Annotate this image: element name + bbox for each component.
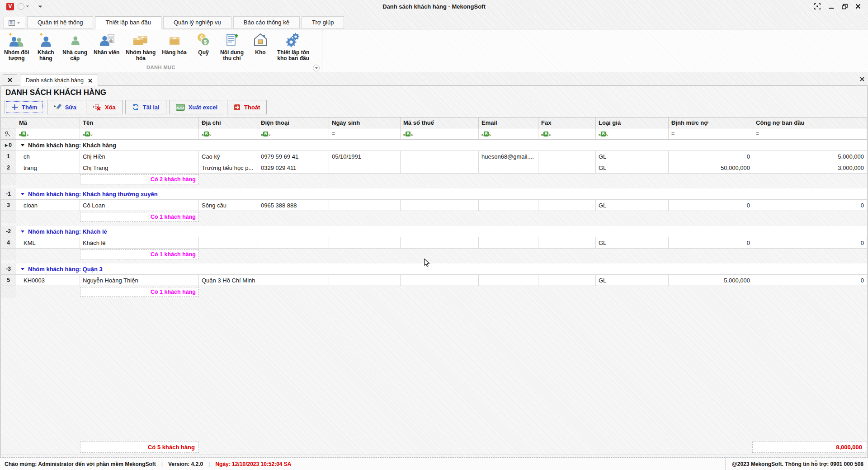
ribbon-tab[interactable]: Quản lý nghiệp vụ <box>163 16 231 29</box>
cell-Điện thoại[interactable] <box>258 275 329 286</box>
cell-Email[interactable] <box>479 237 538 248</box>
cell-Tên[interactable]: Chị Trang <box>80 162 199 173</box>
ribbon-item[interactable]: Nhóm hàng hóa <box>123 31 159 62</box>
collapse-triangle-icon[interactable] <box>21 268 24 270</box>
column-header-10[interactable]: Định mức nợ <box>669 118 753 128</box>
cell-Định mức nợ[interactable]: 0 <box>669 200 753 211</box>
cell-Địa chỉ[interactable]: Cao kỳ <box>199 151 258 162</box>
cell-Định mức nợ[interactable]: 50,000,000 <box>669 162 753 173</box>
data-row[interactable]: 2trangChị TrangTrường tiểu học p...0329 … <box>1 162 867 174</box>
cell-Ngày sinh[interactable] <box>329 275 401 286</box>
row-indicator[interactable]: 2 <box>1 162 16 173</box>
cell-Địa chỉ[interactable]: Sông cầu <box>199 200 258 211</box>
fit-screen-button[interactable] <box>814 3 821 10</box>
cell-Loại giá[interactable]: GL <box>596 237 669 248</box>
cell-Fax[interactable] <box>538 162 596 173</box>
column-header-1[interactable]: Mã <box>16 118 80 128</box>
group-row-content[interactable]: Nhóm khách hàng: Khách lẻ <box>16 226 867 237</box>
column-header-5[interactable]: Ngày sinh <box>329 118 401 128</box>
ribbon-item[interactable]: Hàng hóa <box>159 31 190 56</box>
toolbar-button[interactable]: Xóa <box>86 100 123 114</box>
group-row-content[interactable]: Nhóm khách hàng: Khách hàng thường xuyên <box>16 188 867 199</box>
cell-Địa chỉ[interactable] <box>199 237 258 248</box>
column-header-9[interactable]: Loại giá <box>596 118 669 128</box>
cell-Tên[interactable]: Chị Hiền <box>80 151 199 162</box>
close-document-button[interactable] <box>860 76 864 83</box>
cell-Mã[interactable]: KML <box>16 237 80 248</box>
minimize-button[interactable] <box>827 3 835 10</box>
toolbar-button[interactable]: Sửa <box>47 100 83 114</box>
collapse-triangle-icon[interactable] <box>21 193 24 195</box>
filter-cell-6[interactable]: aBc <box>401 128 479 139</box>
collapse-triangle-icon[interactable] <box>21 144 24 146</box>
cell-Tên[interactable]: Cô Loan <box>80 200 199 211</box>
file-menu-button[interactable] <box>4 17 25 29</box>
cell-Loại giá[interactable]: GL <box>596 200 669 211</box>
filter-cell-4[interactable]: aBc <box>258 128 329 139</box>
row-indicator[interactable]: 5 <box>1 275 16 286</box>
cell-Mã[interactable]: ch <box>16 151 80 162</box>
toolbar-button[interactable]: XLSXXuất excel <box>169 100 224 114</box>
filter-cell-5[interactable]: = <box>329 128 401 139</box>
ribbon-tab[interactable]: Trợ giúp <box>302 16 344 29</box>
column-header-2[interactable]: Tên <box>80 118 199 128</box>
group-row-content[interactable]: Nhóm khách hàng: Quận 3 <box>16 263 867 274</box>
cell-Ngày sinh[interactable] <box>329 237 401 248</box>
filter-cell-2[interactable]: aBc <box>80 128 199 139</box>
toolbar-button[interactable]: Thoát <box>227 100 267 114</box>
cell-Loại giá[interactable]: GL <box>596 151 669 162</box>
cell-Email[interactable] <box>479 200 538 211</box>
cell-Điện thoại[interactable]: 0965 388 888 <box>258 200 329 211</box>
cell-Mã số thuế[interactable] <box>401 200 479 211</box>
group-row-content[interactable]: Nhóm khách hàng: Khách hàng <box>16 140 867 150</box>
cell-Loại giá[interactable]: GL <box>596 275 669 286</box>
group-row[interactable]: -3Nhóm khách hàng: Quận 3 <box>1 263 867 275</box>
cell-Email[interactable] <box>479 275 538 286</box>
cell-Fax[interactable] <box>538 237 596 248</box>
ribbon-item[interactable]: Kho <box>247 31 274 56</box>
cell-Định mức nợ[interactable]: 0 <box>669 237 753 248</box>
cell-Ngày sinh[interactable] <box>329 200 401 211</box>
cell-Công nợ ban đầu[interactable]: 0 <box>753 237 867 248</box>
cell-Fax[interactable] <box>538 275 596 286</box>
column-header-4[interactable]: Điện thoại <box>258 118 329 128</box>
ribbon-item[interactable]: Nhà cung cấp <box>59 31 90 62</box>
cell-Công nợ ban đầu[interactable]: 5,000,000 <box>753 151 867 162</box>
filter-cell-10[interactable]: = <box>669 128 753 139</box>
filter-cell-1[interactable]: aBc <box>16 128 80 139</box>
ribbon-tab[interactable]: Thiết lập ban đầu <box>95 16 161 29</box>
data-row[interactable]: 5KH0003Nguyễn Hoàng ThiệnQuận 3 Hồ Chí M… <box>1 275 867 286</box>
ribbon-item[interactable]: Thiết lập tồn kho ban đầu <box>274 31 312 62</box>
row-indicator[interactable]: 4 <box>1 237 16 248</box>
toolbar-button[interactable]: Thêm <box>5 100 44 114</box>
column-header-8[interactable]: Fax <box>538 118 596 128</box>
cell-Tên[interactable]: Khách lẻ <box>80 237 199 248</box>
cell-Công nợ ban đầu[interactable]: 3,000,000 <box>753 162 867 173</box>
cell-Loại giá[interactable]: GL <box>596 162 669 173</box>
toolbar-button[interactable]: Tải lại <box>125 100 166 114</box>
column-header-11[interactable]: Công nợ ban đầu <box>753 118 867 128</box>
group-row[interactable]: ▶0Nhóm khách hàng: Khách hàng <box>1 140 867 151</box>
cell-Điện thoại[interactable]: 0979 59 69 41 <box>258 151 329 162</box>
cell-Định mức nợ[interactable]: 0 <box>669 151 753 162</box>
cell-Địa chỉ[interactable]: Trường tiểu học p... <box>199 162 258 173</box>
cell-Địa chỉ[interactable]: Quận 3 Hồ Chí Minh <box>199 275 258 286</box>
data-row[interactable]: 1chChị HiềnCao kỳ0979 59 69 4105/10/1991… <box>1 151 867 162</box>
restore-button[interactable] <box>841 3 848 10</box>
column-header-7[interactable]: Email <box>479 118 538 128</box>
cell-Mã[interactable]: KH0003 <box>16 275 80 286</box>
cell-Ngày sinh[interactable] <box>329 162 401 173</box>
filter-cell-7[interactable]: aBc <box>479 128 538 139</box>
cell-Mã số thuế[interactable] <box>401 151 479 162</box>
cell-Công nợ ban đầu[interactable]: 0 <box>753 200 867 211</box>
cell-Định mức nợ[interactable]: 5,000,000 <box>669 275 753 286</box>
filter-cell-3[interactable]: aBc <box>199 128 258 139</box>
cell-Email[interactable]: hueson68@gmail.... <box>479 151 538 162</box>
tab-danh-sach-khach-hang[interactable]: Danh sách khách hàng <box>20 75 98 86</box>
data-row[interactable]: 4KMLKhách lẻGL00 <box>1 237 867 249</box>
column-header-3[interactable]: Địa chỉ <box>199 118 258 128</box>
data-row[interactable]: 3cloanCô LoanSông cầu0965 388 888GL00 <box>1 200 867 211</box>
ribbon-tab[interactable]: Báo cáo thống kê <box>233 16 300 29</box>
cell-Mã số thuế[interactable] <box>401 162 479 173</box>
cell-Mã số thuế[interactable] <box>401 237 479 248</box>
